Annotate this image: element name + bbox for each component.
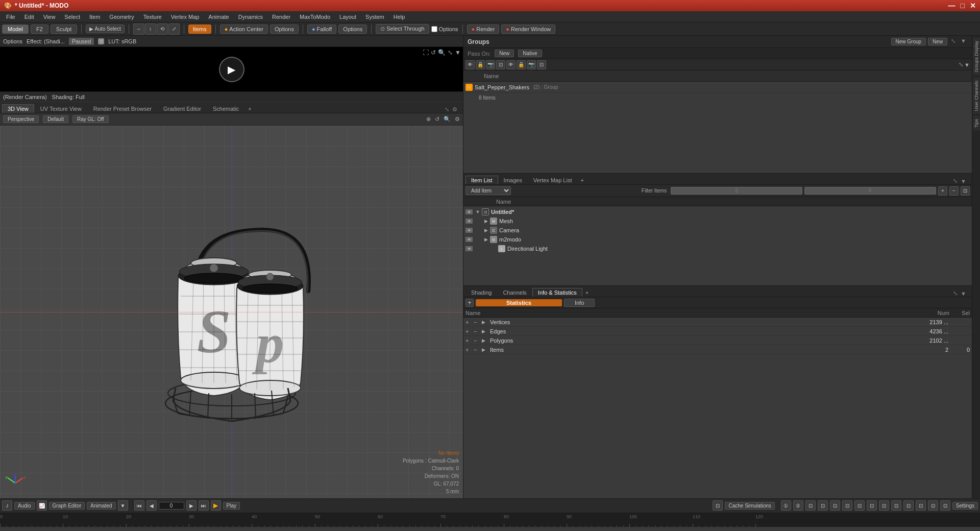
shading-btn[interactable]: Default	[43, 115, 68, 123]
gt-lock-2[interactable]: 🔒	[517, 60, 526, 69]
menu-item[interactable]: Item	[85, 13, 104, 21]
item-row-camera[interactable]: 👁 ▶ C Camera	[463, 226, 972, 235]
vp-ctrl-1[interactable]: ⊕	[426, 116, 431, 123]
menu-file[interactable]: File	[2, 13, 19, 21]
viewport-canvas[interactable]: S	[0, 126, 463, 498]
transform-icon-3[interactable]: ⟲	[157, 23, 168, 35]
tab-schematic[interactable]: Schematic	[207, 104, 244, 113]
options1-btn[interactable]: Options	[270, 25, 299, 34]
tl-r5[interactable]: ⊡	[830, 500, 840, 511]
viewport-settings-btn[interactable]: ⚙	[451, 106, 459, 113]
pass-on-native[interactable]: Native	[518, 50, 542, 57]
item-add-btn[interactable]: +	[938, 186, 947, 196]
gt-expand[interactable]: ⤡	[959, 61, 963, 68]
tab-uv-texture[interactable]: UV Texture View	[35, 104, 87, 113]
tl-r9[interactable]: ⊡	[879, 500, 889, 511]
ray-gl-btn[interactable]: Ray GL: Off	[72, 115, 109, 123]
tl-graph-btn[interactable]: Graph Editor	[49, 502, 85, 510]
vp-settings-btn[interactable]: ⚙	[455, 116, 460, 123]
stats-tab-add[interactable]: +	[582, 288, 592, 297]
vp-ctrl-3[interactable]: 🔍	[444, 116, 451, 123]
item-expand-untitled[interactable]: ▼	[475, 209, 481, 215]
item-row-m2modo[interactable]: 👁 ▶ G m2modo	[463, 235, 972, 244]
tl-prev-frame[interactable]: ◀	[146, 500, 157, 511]
item-row-untitled[interactable]: 👁 ▼ ⊡ Untitled*	[463, 207, 972, 216]
render-options-btn[interactable]: Options	[3, 38, 22, 44]
groups-settings-btn[interactable]: ▼	[959, 38, 968, 45]
tab-item-list[interactable]: Item List	[465, 176, 498, 184]
menu-edit[interactable]: Edit	[20, 13, 38, 21]
options3-check[interactable]: Options	[431, 26, 458, 32]
tl-r14[interactable]: ⊡	[940, 500, 950, 511]
stat-plus-items[interactable]: +	[465, 347, 473, 353]
menu-vertex-map[interactable]: Vertex Map	[167, 13, 204, 21]
transform-icon-4[interactable]: ⤢	[168, 23, 180, 35]
item-eye-camera[interactable]: 👁	[465, 228, 473, 233]
item-eye-mesh[interactable]: 👁	[465, 219, 473, 224]
frame-input[interactable]	[159, 502, 184, 510]
close-btn[interactable]: ✕	[970, 2, 976, 10]
filter-s[interactable]	[671, 187, 802, 195]
stat-expand-items[interactable]: ▶	[482, 347, 489, 352]
stats-settings-btn[interactable]: ▼	[959, 291, 968, 297]
tab-images[interactable]: Images	[498, 176, 528, 184]
auto-select-btn[interactable]: ▶ Auto Select	[86, 25, 124, 33]
menu-texture[interactable]: Texture	[139, 13, 166, 21]
minimize-btn[interactable]: —	[948, 2, 955, 10]
stat-minus-polygons[interactable]: −	[474, 337, 481, 344]
menu-select[interactable]: Select	[60, 13, 84, 21]
stat-minus-items[interactable]: −	[474, 347, 481, 353]
tab-info-stats[interactable]: Info & Statistics	[532, 288, 582, 297]
menu-help[interactable]: Help	[389, 13, 409, 21]
tl-dropdown-icon[interactable]: ▼	[118, 500, 128, 511]
groups-expand-btn[interactable]: ⤡	[949, 38, 957, 45]
tl-audio-btn[interactable]: Audio	[14, 502, 35, 510]
menu-geometry[interactable]: Geometry	[105, 13, 138, 21]
window-controls[interactable]: — □ ✕	[948, 2, 976, 10]
stat-minus-vertices[interactable]: −	[474, 319, 481, 325]
options2-btn[interactable]: Options	[338, 25, 367, 34]
tl-next-frame[interactable]: ▶	[186, 500, 197, 511]
stats-info-btn[interactable]: Info	[564, 299, 595, 307]
gt-icon-1[interactable]: ⊡	[496, 60, 505, 69]
tl-r10[interactable]: ⊡	[891, 500, 901, 511]
stat-plus-vertices[interactable]: +	[465, 319, 473, 325]
item-remove-btn[interactable]: −	[949, 186, 959, 196]
tl-animated-btn[interactable]: Animated	[87, 502, 115, 510]
gt-settings[interactable]: ▼	[964, 62, 970, 68]
mode-model[interactable]: Model	[2, 25, 29, 34]
stat-expand-edges[interactable]: ▶	[482, 329, 489, 334]
play-button[interactable]: ▶	[219, 57, 244, 82]
render-window-btn[interactable]: ●Render Window	[501, 25, 555, 34]
tl-audio-icon[interactable]: ♪	[2, 500, 12, 511]
tab-3d-view[interactable]: 3D View	[2, 104, 34, 113]
mode-f2[interactable]: F2	[31, 25, 48, 34]
item-panel-settings[interactable]: ▼	[959, 178, 968, 184]
menu-animate[interactable]: Animate	[204, 13, 233, 21]
new-btn[interactable]: New	[928, 38, 947, 45]
item-tab-add[interactable]: +	[577, 176, 586, 184]
filter-f[interactable]	[804, 187, 936, 195]
falloff-btn[interactable]: ●Falloff	[307, 25, 336, 34]
tab-add[interactable]: +	[245, 105, 254, 113]
tab-vertex-map-list[interactable]: Vertex Map List	[528, 176, 578, 184]
items-btn[interactable]: Items	[188, 25, 211, 34]
menu-dynamics[interactable]: Dynamics	[234, 13, 267, 21]
far-tab-groups[interactable]: Groups Display	[973, 38, 980, 76]
render-ctrl-5[interactable]: ▼	[455, 49, 461, 56]
menu-view[interactable]: View	[39, 13, 60, 21]
item-eye-m2modo[interactable]: 👁	[465, 237, 473, 242]
tl-r6[interactable]: ⊡	[842, 500, 852, 511]
item-row-mesh[interactable]: 👁 ▶ M Mesh	[463, 216, 972, 226]
tl-skip-end[interactable]: ⏭	[199, 500, 209, 511]
perspective-btn[interactable]: Perspective	[3, 115, 39, 123]
gt-eye-2[interactable]: 👁	[506, 60, 516, 69]
tl-r12[interactable]: ⊡	[916, 500, 926, 511]
tab-gradient-editor[interactable]: Gradient Editor	[158, 104, 207, 113]
tl-r1[interactable]: ①	[781, 500, 791, 511]
stat-expand-vertices[interactable]: ▶	[482, 320, 489, 325]
gt-eye-1[interactable]: 👁	[465, 60, 475, 69]
item-eye-light[interactable]: 👁	[465, 246, 473, 251]
far-tab-tips[interactable]: Tips	[973, 116, 980, 131]
new-group-btn[interactable]: New Group	[891, 38, 926, 45]
